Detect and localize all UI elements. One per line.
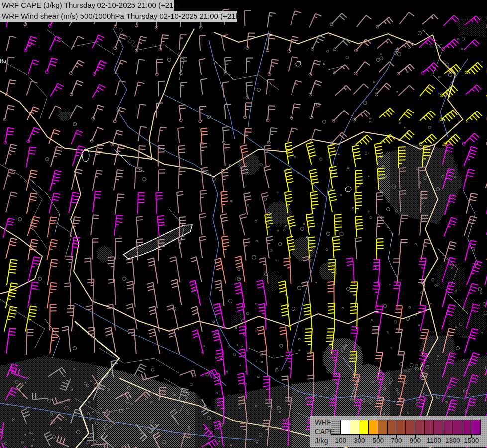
legend-cell [340,420,350,435]
legend-tick-label: 1100 [427,437,441,444]
legend-cell [350,420,360,435]
legend-cell [415,420,425,435]
legend-cell [405,420,415,435]
cape-legend: WRFCAPEJ/kg 100300500700900110013001500 [310,416,487,447]
legend-cell [387,420,397,435]
legend-cell [331,420,341,435]
legend-cell [443,420,453,435]
legend-tick-label: 1300 [445,437,460,444]
legend-tick-label: 1500 [464,437,479,444]
legend-cell [396,420,406,435]
legend-label-line: J/kg [315,436,335,446]
legend-tick-label: 100 [335,437,346,444]
legend-tick-label: 500 [372,437,384,444]
legend-cell [433,420,443,435]
title-wind-shear: WRF Wind shear (m/s) 500/1000hPa Thursda… [0,11,237,22]
legend-cell [462,420,472,435]
legend-cell [368,420,378,435]
legend-cell [452,420,462,435]
legend-tick-label: 700 [391,437,402,444]
legend-cell [424,420,434,435]
weather-map-app: Ra WRF CAPE (J/kg) Thursday 02-10-2025 2… [0,0,487,448]
legend-colorbar [331,420,481,435]
map-town-label: Ra [0,58,6,64]
legend-cell [378,420,388,435]
legend-cell [471,420,481,435]
legend-tick-label: 300 [354,437,365,444]
legend-cell [359,420,369,435]
weather-map-canvas [0,0,487,448]
title-cape: WRF CAPE (J/kg) Thursday 02-10-2025 21:0… [0,0,174,11]
legend-tick-label: 900 [409,437,421,444]
